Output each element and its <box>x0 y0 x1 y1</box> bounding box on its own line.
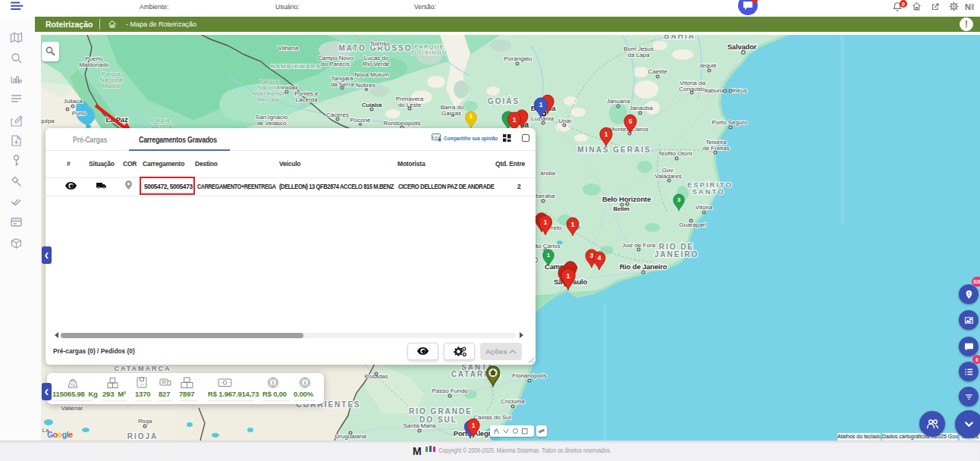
svg-text:RIO GRANDE: RIO GRANDE <box>409 407 473 416</box>
svg-text:de Freitas: de Freitas <box>702 145 730 152</box>
svg-text:Porto Seguro: Porto Seguro <box>711 119 748 126</box>
svg-text:Maldonado: Maldonado <box>79 61 109 68</box>
svg-text:RIOJA: RIOJA <box>127 432 159 441</box>
svg-text:17: 17 <box>140 383 144 387</box>
svg-text:Guarapari: Guarapari <box>679 221 706 228</box>
svg-text:1: 1 <box>544 218 548 226</box>
svg-text:Porangatu: Porangatu <box>504 55 532 62</box>
svg-text:Vitória: Vitória <box>696 204 713 211</box>
svg-text:MINAS GERAIS: MINAS GERAIS <box>577 146 651 154</box>
svg-text:GOIÁS: GOIÁS <box>488 96 520 105</box>
svg-text:Caxias do Sul: Caxias do Sul <box>473 414 511 421</box>
svg-text:Belo Horizonte: Belo Horizonte <box>602 195 651 203</box>
svg-text:SANTO: SANTO <box>692 187 724 196</box>
svg-text:do Parecis: do Parecis <box>321 61 350 67</box>
svg-text:Garças: Garças <box>441 110 461 117</box>
svg-text:Teófilo Otoni: Teófilo Otoni <box>658 150 693 157</box>
svg-text:da Lapa: da Lapa <box>628 52 650 58</box>
svg-text:$: $ <box>272 381 275 385</box>
svg-text:Nobres: Nobres <box>356 82 375 89</box>
svg-text:Caetité: Caetité <box>648 68 667 75</box>
svg-text:Puno: Puno <box>72 110 86 117</box>
svg-text:1: 1 <box>547 252 551 259</box>
svg-text:Passo Fundo: Passo Fundo <box>432 387 468 394</box>
svg-text:JANEIRO: JANEIRO <box>655 250 699 259</box>
svg-text:1: 1 <box>566 272 570 280</box>
svg-text:Juliaca: Juliaca <box>64 98 83 105</box>
svg-text:Florianópolis: Florianópolis <box>512 372 546 379</box>
svg-text:1: 1 <box>472 422 476 429</box>
svg-text:Januária: Januária <box>607 98 630 105</box>
svg-text:Vallenar: Vallenar <box>61 405 83 412</box>
svg-text:$: $ <box>303 381 306 385</box>
svg-text:BAHIA: BAHIA <box>664 32 696 40</box>
svg-text:Kg: Kg <box>71 383 75 387</box>
svg-text:Lacerda: Lacerda <box>296 96 318 103</box>
svg-text:quipa: quipa <box>39 118 55 124</box>
svg-text:4: 4 <box>598 254 602 262</box>
svg-text:Salvador: Salvador <box>727 42 757 51</box>
svg-text:Vilhena: Vilhena <box>278 45 299 52</box>
svg-text:CATAMARCA: CATAMARCA <box>114 365 171 372</box>
svg-text:Betim: Betim <box>613 205 629 212</box>
svg-text:Itabuna: Itabuna <box>705 87 725 94</box>
svg-text:Criciúma: Criciúma <box>501 398 525 405</box>
svg-text:Rio Verde: Rio Verde <box>363 61 390 67</box>
svg-text:Mercado: Mercado <box>257 96 281 103</box>
svg-text:5: 5 <box>629 118 633 125</box>
svg-text:de Velasco: de Velasco <box>256 120 287 127</box>
svg-text:NAMBIKWARA: NAMBIKWARA <box>271 63 321 70</box>
svg-text:Jequié: Jequié <box>699 62 717 69</box>
svg-text:Rio de Janeiro: Rio de Janeiro <box>620 262 667 271</box>
svg-text:1: 1 <box>571 221 575 228</box>
svg-text:Ilhéus: Ilhéus <box>730 87 746 94</box>
svg-text:Rioja: Rioja <box>138 418 152 425</box>
svg-text:ândia: ândia <box>540 170 555 177</box>
svg-text:Janaúba: Janaúba <box>630 105 653 111</box>
svg-text:1: 1 <box>605 130 608 138</box>
svg-text:Poconé: Poconé <box>350 117 371 124</box>
svg-text:Valadares: Valadares <box>655 173 681 180</box>
svg-text:Sorriso: Sorriso <box>370 40 390 47</box>
svg-text:1: 1 <box>470 113 473 120</box>
svg-text:3: 3 <box>677 196 681 203</box>
svg-text:Nova Mutum: Nova Mutum <box>354 71 389 78</box>
svg-text:DO XINGU: DO XINGU <box>411 49 448 56</box>
svg-text:Unaí: Unaí <box>559 118 573 124</box>
svg-text:1: 1 <box>513 116 517 124</box>
svg-text:Santa Maria: Santa Maria <box>403 422 436 429</box>
svg-text:Madidi: Madidi <box>102 83 121 89</box>
svg-text:1: 1 <box>539 101 543 108</box>
